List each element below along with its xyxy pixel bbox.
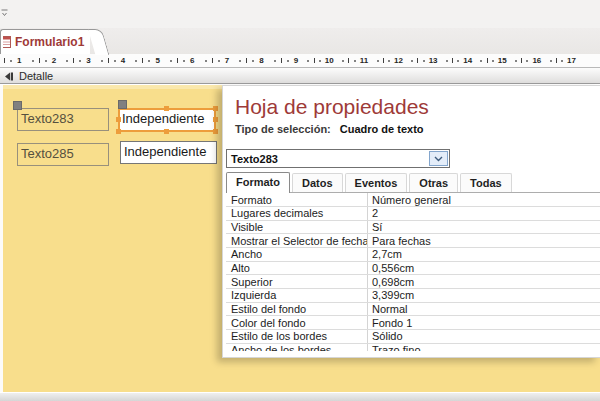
ruler-cm-segment: 6 [165,54,200,67]
property-name: Izquierda [226,289,368,302]
textbox-text: Independiente [122,111,204,126]
property-value[interactable]: 2,7cm [368,248,600,261]
tab-formulario1[interactable]: Formulario1 [0,29,90,54]
ruler-cm-segment: 16 [511,54,546,67]
customize-toolbar-icon [1,4,9,22]
selection-type-value: Cuadro de texto [340,123,424,135]
property-name: Estilo del fondo [226,303,368,316]
property-name: Estilo de los bordes [226,330,368,343]
selection-type-line: Tipo de selección: Cuadro de texto [235,123,600,135]
resize-handle-right[interactable] [213,117,218,122]
property-name: Superior [226,275,368,288]
tab-label: Formulario1 [15,35,84,49]
control-selector-combobox[interactable]: Texto283 [226,149,450,168]
detalle-section-header[interactable]: Detalle [0,68,600,84]
label-texto283[interactable]: Texto283 [17,108,109,131]
property-row: Estilo del fondoNormal [226,303,600,317]
top-strip [0,0,600,28]
ruler-cm-segment: 12 [373,54,408,67]
ruler-cm-segment: 13 [407,54,442,67]
ruler-cm-segment: 3 [61,54,96,67]
label-texto285[interactable]: Texto285 [17,143,109,166]
property-name: Visible [226,221,368,234]
textbox-move-handle[interactable] [118,100,127,109]
property-row: FormatoNúmero general [226,193,600,207]
property-value[interactable]: Sí [368,221,600,234]
property-row: Mostrar el Selector de fechaPara fechas [226,234,600,248]
tab-formato[interactable]: Formato [226,172,290,193]
selection-type-label: Tipo de selección: [235,123,331,135]
property-row: Alto0,556cm [226,262,600,276]
ruler-cm-segment: 14 [442,54,477,67]
property-grid: FormatoNúmero generalLugares decimales2V… [226,192,600,351]
property-name: Color del fondo [226,316,368,329]
ruler-cm-segment: 8 [234,54,269,67]
property-name: Ancho de los bordes [226,344,368,351]
property-row: Color del fondoFondo 1 [226,316,600,330]
tab-eventos[interactable]: Eventos [345,173,408,192]
resize-handle-bottom-left[interactable] [116,129,121,134]
ruler-cm-segment: 5 [130,54,165,67]
textbox-independiente-selected[interactable]: Independiente [118,108,216,132]
property-tabs: FormatoDatosEventosOtrasTodas [226,171,600,192]
property-row: Estilo de los bordesSólido [226,330,600,344]
resize-handle-top-right[interactable] [213,106,218,111]
ruler-cm-segment: 10 [303,54,338,67]
textbox-independiente-2[interactable]: Independiente [120,141,217,164]
control-selector-value: Texto283 [231,153,278,165]
label-texto283-move-handle[interactable] [13,101,22,110]
property-value[interactable]: Sólido [368,330,600,343]
property-value[interactable]: Normal [368,303,600,316]
tab-otras[interactable]: Otras [409,173,458,192]
combobox-dropdown-button[interactable] [429,151,448,166]
property-row: Ancho2,7cm [226,248,600,262]
resize-handle-top[interactable] [164,106,169,111]
ruler-cm-segment: 15 [476,54,511,67]
property-value[interactable]: Número general [368,193,600,206]
property-name: Alto [226,262,368,275]
section-arrow-icon [4,67,14,85]
ruler-cm-segment: 7 [200,54,235,67]
property-name: Formato [226,193,368,206]
ruler-cm-segment: 11 [338,54,373,67]
ruler-cm-segment: 9 [269,54,304,67]
property-value[interactable]: 0,698cm [368,275,600,288]
ruler-cm-segment: 17 [546,54,581,67]
property-row: Lugares decimales2 [226,207,600,221]
property-name: Mostrar el Selector de fecha [226,234,368,247]
property-value[interactable]: Trazo fino [368,344,600,351]
resize-handle-bottom-right[interactable] [213,129,218,134]
property-value[interactable]: Para fechas [368,234,600,247]
property-value[interactable]: 2 [368,207,600,220]
access-window: Formulario1 1234567891011121314151617 De… [0,0,600,401]
property-value[interactable]: Fondo 1 [368,316,600,329]
property-name: Ancho [226,248,368,261]
property-name: Lugares decimales [226,207,368,220]
document-tab-bar: Formulario1 [0,28,600,54]
property-row: Ancho de los bordesTrazo fino [226,344,600,351]
ruler-cm-segment: 1 [0,54,27,67]
bottom-strip [0,392,600,401]
property-value[interactable]: 3,399cm [368,289,600,302]
resize-handle-left[interactable] [116,117,121,122]
tab-datos[interactable]: Datos [292,173,343,192]
property-row: Izquierda3,399cm [226,289,600,303]
tab-todas[interactable]: Todas [460,173,512,192]
property-row: Superior0,698cm [226,275,600,289]
form-icon [3,36,11,48]
property-sheet-title: Hoja de propiedades [235,94,600,119]
chevron-down-icon [434,156,443,162]
horizontal-ruler: 1234567891011121314151617 [0,54,600,68]
resize-handle-bottom[interactable] [164,129,169,134]
section-label: Detalle [19,70,53,82]
ruler-cm-segment: 4 [96,54,131,67]
property-row: VisibleSí [226,221,600,235]
property-value[interactable]: 0,556cm [368,262,600,275]
property-sheet-panel: Hoja de propiedades Tipo de selección: C… [222,85,600,358]
ruler-cm-segment: 2 [27,54,62,67]
